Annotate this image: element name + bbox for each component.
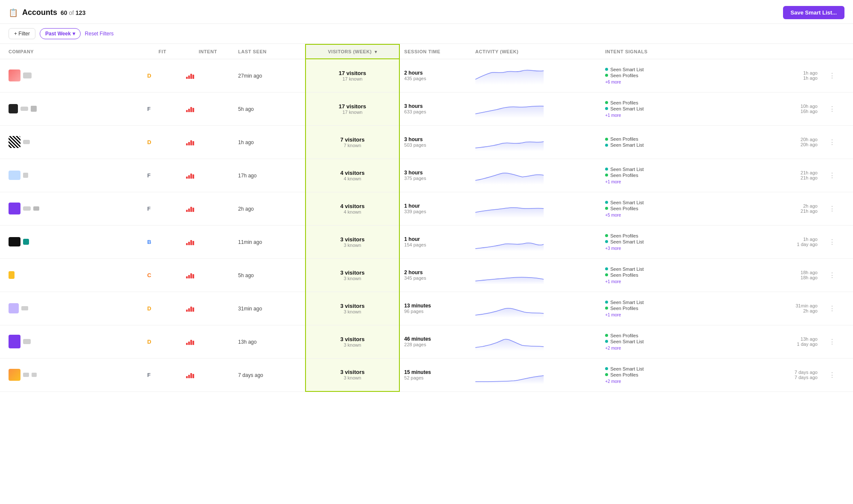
time-2: 21h ago [774,209,818,214]
signal-list: Seen Profiles Seen Smart List +2 more [605,333,766,350]
row-actions-button[interactable]: ⋮ [826,139,838,146]
signal-row-1: Seen Smart List [605,300,766,305]
session-time: 2 hours [404,269,466,275]
bar4 [192,307,194,312]
week-filter-button[interactable]: Past Week ▾ [40,28,81,39]
session-cell: 1 hour 339 pages [399,192,471,225]
signal-row-1: Seen Smart List [605,67,766,72]
signal-row-1: Seen Profiles [605,136,766,142]
last-seen-cell: 7 days ago [234,358,305,391]
last-seen-cell: 5h ago [234,92,305,125]
sparkline-chart [475,297,544,319]
signal-row-2: Seen Profiles [605,272,766,278]
company-logos [9,171,139,180]
company-logos [9,303,139,313]
signals-cell: Seen Profiles Seen Smart List +3 more [601,225,770,258]
visitor-known: 3 known [310,375,395,380]
signal-label: Seen Profiles [610,333,638,338]
table-row: C 5h ago 3 visitors 3 known 2 hours 345 … [0,258,853,292]
page-title: Accounts 60 of 123 [22,8,85,17]
signal-row-1: Seen Profiles [605,233,766,238]
fit-cell: D [143,125,182,159]
signal-dot [605,367,608,370]
row-actions-button[interactable]: ⋮ [826,238,838,246]
fit-cell: C [143,258,182,292]
sparkline-chart [475,64,544,86]
col-header-actions [822,44,853,59]
logo [9,335,20,348]
sort-icon: ▾ [375,49,377,54]
session-pages: 435 pages [404,76,466,81]
company-cell [0,292,143,325]
visitors-cell: 3 visitors 3 known [306,358,400,391]
more-signals-link[interactable]: +1 more [605,180,766,184]
row-actions-button[interactable]: ⋮ [826,172,838,179]
sparkline-chart [475,164,544,185]
row-actions-button[interactable]: ⋮ [826,205,838,212]
bar2 [188,109,190,112]
signals-cell: Seen Smart List Seen Profiles +1 more [601,258,770,292]
time-1: 2h ago [774,203,818,209]
signal-list: Seen Profiles Seen Smart List [605,136,766,148]
bar4 [192,241,194,245]
actions-cell: ⋮ [822,325,853,358]
company-logos [9,369,139,381]
row-actions-button[interactable]: ⋮ [826,371,838,379]
fit-cell: F [143,358,182,391]
filter-button[interactable]: + Filter [9,28,35,39]
bar4 [192,108,194,112]
session-pages: 345 pages [404,275,466,281]
bar2 [188,308,190,312]
session-cell: 3 hours 503 pages [399,125,471,159]
row-actions-button[interactable]: ⋮ [826,105,838,113]
last-seen-cell: 31min ago [234,292,305,325]
signal-dot [605,138,608,141]
row-actions-button[interactable]: ⋮ [826,272,838,279]
more-signals-link[interactable]: +3 more [605,246,766,251]
logo [23,239,29,245]
row-actions-button[interactable]: ⋮ [826,338,838,345]
fit-badge: F [147,172,151,179]
logo [9,203,20,214]
signal-label: Seen Smart List [610,239,643,244]
intent-cell [182,59,234,92]
time-2: 1h ago [774,75,818,81]
logo [23,339,31,344]
company-cell [0,325,143,358]
logo [32,373,37,377]
activity-cell [471,125,601,159]
more-signals-link[interactable]: +1 more [605,313,766,317]
save-smart-list-button[interactable]: Save Smart List... [783,6,844,19]
more-signals-link[interactable]: +2 more [605,379,766,384]
visitor-known: 3 known [310,342,395,348]
actions-cell: ⋮ [822,125,853,159]
bar1 [186,77,188,79]
col-header-visitors[interactable]: VISITORS (WEEK) ▾ [306,44,400,59]
row-actions-button[interactable]: ⋮ [826,72,838,79]
visitors-cell: 4 visitors 4 known [306,192,400,225]
more-signals-link[interactable]: +1 more [605,279,766,284]
intent-bars [186,105,230,112]
more-signals-link[interactable]: +2 more [605,346,766,350]
sparkline-chart [475,364,544,385]
time-1: 1h ago [774,237,818,242]
bar4 [192,374,194,378]
accounts-table-wrap: COMPANY FIT INTENT LAST SEEN VISITORS (W… [0,44,853,392]
bar1 [186,310,188,312]
last-seen-value: 5h ago [238,272,254,278]
reset-filters-button[interactable]: Reset Filters [85,31,114,37]
visitors-cell: 17 visitors 17 known [306,59,400,92]
more-signals-link[interactable]: +1 more [605,113,766,118]
session-cell: 3 hours 633 pages [399,92,471,125]
signal-label: Seen Smart List [610,266,643,272]
times-cell: 18h ago 18h ago [770,258,822,292]
row-actions-button[interactable]: ⋮ [826,305,838,312]
more-signals-link[interactable]: +5 more [605,213,766,217]
signals-cell: Seen Profiles Seen Smart List +2 more [601,325,770,358]
company-logos [9,70,139,81]
more-signals-link[interactable]: +6 more [605,80,766,84]
time-2: 18h ago [774,275,818,280]
accounts-table: COMPANY FIT INTENT LAST SEEN VISITORS (W… [0,44,853,392]
time-2: 21h ago [774,175,818,180]
activity-cell [471,325,601,358]
